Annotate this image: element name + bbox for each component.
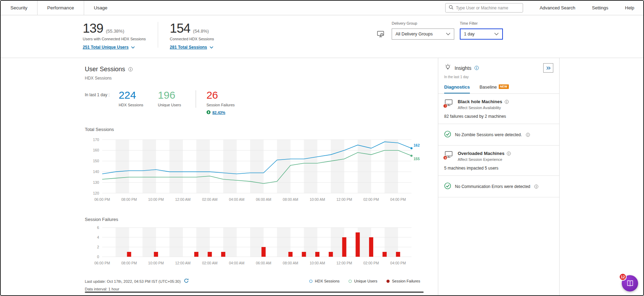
svg-text:06:00 PM: 06:00 PM [95, 261, 110, 265]
page-subtitle: HDX Sessions [85, 76, 438, 81]
check-circle-icon [444, 182, 451, 191]
insights-tab-baseline[interactable]: Baseline NEW [480, 84, 509, 93]
svg-text:06:00 AM: 06:00 AM [256, 197, 271, 202]
insight-card-communication-errors[interactable]: No Communication Errors were detected [438, 176, 559, 197]
time-filter-value: 1 day [464, 32, 475, 36]
svg-text:02:00 AM: 02:00 AM [202, 261, 217, 265]
delivery-group-filter: Delivery Group All Delivery Groups [392, 21, 454, 40]
time-filter-dropdown[interactable]: 1 day [460, 28, 503, 40]
info-icon[interactable] [474, 66, 479, 70]
total-unique-users-link[interactable]: 251 Total Unique Users [83, 45, 146, 50]
info-icon[interactable] [505, 100, 509, 104]
summary-stat-sessions: 154 (54.8%) Connected HDX Sessions 281 T… [170, 21, 214, 50]
total-sessions-link-label: 281 Total Sessions [170, 45, 207, 50]
insights-tab-diagnostics[interactable]: Diagnostics [444, 84, 470, 93]
svg-text:160: 160 [93, 148, 99, 152]
check-circle-icon [444, 131, 451, 139]
total-sessions-link[interactable]: 281 Total Sessions [170, 45, 214, 50]
summary-stat-users: 139 (55.38%) Users with Connected HDX Se… [83, 21, 146, 50]
tab-security[interactable]: Security [1, 1, 37, 15]
overloaded-machines-subtitle: Affect Session Experience [458, 157, 511, 162]
svg-text:04:00 PM: 04:00 PM [390, 261, 406, 265]
notification-badge: 12 [619, 273, 627, 281]
svg-text:6: 6 [97, 225, 99, 230]
info-icon[interactable] [128, 67, 133, 72]
tab-usage[interactable]: Usage [84, 1, 117, 15]
svg-text:02:00 AM: 02:00 AM [202, 197, 217, 202]
svg-text:04:00 PM: 04:00 PM [390, 197, 406, 202]
period-label: In last 1 day : [85, 92, 109, 97]
double-chevron-right-icon [546, 66, 551, 70]
chevron-down-icon [446, 32, 450, 36]
svg-text:08:00 PM: 08:00 PM [121, 261, 137, 265]
help-chat-widget[interactable]: 12 [622, 275, 638, 291]
insights-panel: Insights In the last 1 day Diagnostics B… [438, 58, 560, 295]
horizontal-scrollbar[interactable] [85, 291, 424, 293]
session-stats-row: In last 1 day : 224 HDX Sessions 196 Uni… [85, 89, 438, 116]
tab-security-label: Security [10, 5, 27, 10]
diagnostics-tab-label: Diagnostics [444, 84, 470, 90]
users-percent: (55.38%) [106, 28, 124, 34]
legend-users-label: Unique Users [354, 279, 377, 283]
refresh-icon[interactable] [184, 278, 189, 285]
svg-text:162: 162 [414, 143, 420, 147]
advanced-search-link[interactable]: Advanced Search [540, 5, 576, 10]
time-filter: Time Filter 1 day [460, 21, 503, 40]
session-failures-value: 26 [206, 89, 235, 101]
search-input[interactable] [456, 6, 520, 10]
settings-link[interactable]: Settings [592, 5, 608, 10]
legend-hdx-label: HDX Sessions [315, 279, 340, 283]
global-search-box[interactable] [445, 3, 523, 13]
filters-group: Delivery Group All Delivery Groups Time … [375, 21, 503, 40]
info-icon[interactable] [507, 151, 511, 156]
svg-text:12:00 AM: 12:00 AM [175, 197, 190, 202]
chevron-down-icon [131, 45, 135, 50]
legend-session-failures[interactable]: Session Failures [386, 279, 420, 283]
tab-performance[interactable]: Performance [37, 1, 84, 15]
svg-text:06:00 PM: 06:00 PM [95, 197, 110, 202]
line-chart-svg[interactable]: 12013014015016017006:00 PM08:00 PM10:00 … [85, 135, 420, 204]
communication-errors-text: No Communication Errors were detected [455, 184, 530, 189]
insight-card-zombie-sessions[interactable]: No Zombie Sessions were detected. [438, 124, 559, 146]
svg-text:08:00 PM: 08:00 PM [121, 197, 137, 202]
top-navigation-bar: Security Performance Usage Advanced Sear… [1, 1, 643, 15]
total-unique-users-link-label: 251 Total Unique Users [83, 45, 129, 50]
machine-gear-icon [376, 30, 385, 38]
collapse-insights-button[interactable] [543, 63, 553, 73]
tab-performance-label: Performance [47, 5, 74, 10]
info-icon[interactable] [526, 133, 530, 137]
black-hole-machines-detail: 82 failures caused by 2 machines [444, 114, 553, 119]
failure-trend-link[interactable]: 82.43% [206, 109, 235, 116]
chart-legend: HDX Sessions Unique Users Session Failur… [309, 279, 420, 283]
last-update-text: Last update: Oct 17th, 2022, 04:53 PM IS… [85, 279, 181, 283]
help-link[interactable]: Help [625, 5, 634, 10]
legend-unique-users[interactable]: Unique Users [349, 279, 377, 283]
hdx-sessions-stat-label: HDX Sessions [119, 103, 143, 107]
user-sessions-panel: User Sessions HDX Sessions In last 1 day… [1, 58, 438, 295]
svg-text:12:00 PM: 12:00 PM [336, 261, 352, 265]
insights-tabs: Diagnostics Baseline NEW [438, 83, 559, 94]
trend-up-icon [206, 109, 211, 116]
delivery-group-dropdown[interactable]: All Delivery Groups [392, 28, 454, 40]
sessions-percent: (54.8%) [193, 28, 209, 34]
legend-hdx-sessions[interactable]: HDX Sessions [309, 279, 340, 283]
insight-card-overloaded-machines[interactable]: Overloaded Machines Affect Session Exper… [438, 146, 559, 176]
svg-text:04:00 AM: 04:00 AM [229, 197, 244, 202]
svg-text:170: 170 [93, 138, 99, 142]
sessions-label: Connected HDX Sessions [170, 37, 214, 41]
info-icon[interactable] [534, 184, 538, 189]
insight-card-black-hole-machines[interactable]: Black hole Machines Affect Session Avail… [438, 94, 559, 124]
svg-text:150: 150 [93, 159, 99, 163]
svg-text:10:00 PM: 10:00 PM [148, 197, 164, 202]
bar-chart-svg[interactable]: 024606:00 PM08:00 PM10:00 PM12:00 AM02:0… [85, 225, 420, 266]
legend-dot-blue [309, 280, 312, 283]
chevron-down-icon [210, 45, 213, 50]
svg-text:130: 130 [93, 180, 99, 184]
svg-text:0: 0 [97, 255, 99, 259]
machine-settings-icon-button[interactable] [375, 28, 386, 40]
data-interval-text: Data interval: 1 hour [85, 287, 189, 291]
session-failures-chart-title: Session Failures [85, 217, 438, 222]
hdx-sessions-stat: 224 HDX Sessions [119, 89, 143, 107]
summary-strip: 139 (55.38%) Users with Connected HDX Se… [1, 15, 643, 58]
svg-text:08:00 AM: 08:00 AM [283, 197, 298, 202]
